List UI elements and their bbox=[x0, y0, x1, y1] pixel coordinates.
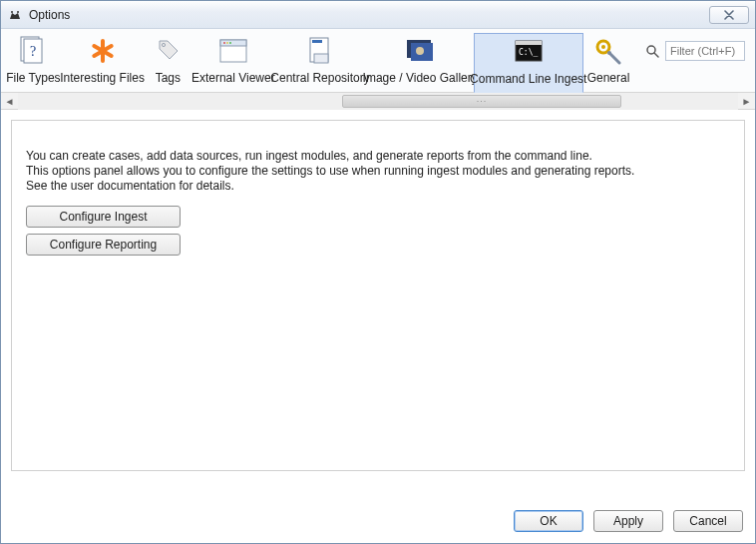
panel-line-1: You can create cases, add data sources, … bbox=[26, 149, 730, 164]
panel-line-2: This options panel allows you to configu… bbox=[26, 164, 730, 179]
search-icon bbox=[645, 44, 659, 58]
svg-point-11 bbox=[223, 42, 225, 44]
terminal-icon: C:\_ bbox=[513, 36, 545, 68]
tab-command-line-ingest[interactable]: C:\_ Command Line Ingest bbox=[474, 33, 583, 93]
asterisk-icon bbox=[87, 35, 119, 67]
tab-central-repository[interactable]: Central Repository bbox=[273, 33, 367, 91]
svg-point-24 bbox=[601, 45, 605, 49]
app-icon bbox=[7, 7, 23, 23]
tab-label: Command Line Ingest bbox=[470, 72, 586, 86]
svg-rect-21 bbox=[516, 41, 542, 45]
svg-point-0 bbox=[11, 11, 13, 13]
svg-rect-15 bbox=[312, 40, 322, 43]
svg-text:?: ? bbox=[30, 44, 36, 59]
tab-label: Central Repository bbox=[270, 71, 369, 85]
title-bar: Options bbox=[1, 1, 755, 29]
tab-image-video-gallery[interactable]: Image / Video Gallery bbox=[367, 33, 474, 91]
tab-tags[interactable]: Tags bbox=[143, 33, 192, 91]
tab-label: File Types bbox=[6, 71, 60, 85]
tab-label: External Viewer bbox=[191, 71, 275, 85]
hscroll-thumb[interactable]: ∙∙∙ bbox=[342, 95, 621, 108]
command-line-ingest-panel: You can create cases, add data sources, … bbox=[11, 120, 745, 471]
gear-wrench-icon bbox=[592, 35, 624, 67]
options-tabbar: ? File Types Interesting Files Tags bbox=[1, 29, 755, 93]
hscroll-right-arrow[interactable]: ► bbox=[738, 93, 755, 110]
cancel-button[interactable]: Cancel bbox=[673, 510, 743, 532]
photo-icon bbox=[404, 35, 436, 67]
panel-description: You can create cases, add data sources, … bbox=[26, 149, 730, 194]
window-close-button[interactable] bbox=[709, 6, 749, 24]
hscroll-track[interactable]: ∙∙∙ bbox=[18, 93, 738, 110]
file-question-icon: ? bbox=[17, 35, 49, 67]
svg-point-25 bbox=[607, 51, 611, 55]
svg-text:C:\_: C:\_ bbox=[519, 48, 538, 57]
svg-point-12 bbox=[226, 42, 228, 44]
apply-button[interactable]: Apply bbox=[593, 510, 663, 532]
tab-label: General bbox=[587, 71, 630, 85]
configure-ingest-button[interactable]: Configure Ingest bbox=[26, 206, 181, 228]
tab-file-types[interactable]: ? File Types bbox=[5, 33, 62, 91]
panel-line-3: See the user documentation for details. bbox=[26, 179, 730, 194]
tag-icon bbox=[152, 35, 184, 67]
svg-point-19 bbox=[416, 47, 424, 55]
toolbar-search-area bbox=[633, 33, 751, 61]
tab-interesting-files[interactable]: Interesting Files bbox=[62, 33, 144, 91]
ok-button[interactable]: OK bbox=[514, 510, 583, 532]
dialog-footer: OK Apply Cancel bbox=[1, 499, 755, 543]
tab-external-viewer[interactable]: External Viewer bbox=[192, 33, 273, 91]
tabbar-hscroll: ◄ ∙∙∙ ► bbox=[1, 93, 755, 110]
filter-input[interactable] bbox=[665, 41, 745, 61]
svg-rect-16 bbox=[314, 54, 328, 63]
svg-point-13 bbox=[229, 42, 231, 44]
window-icon bbox=[217, 35, 249, 67]
window-title: Options bbox=[29, 8, 70, 22]
file-box-icon bbox=[304, 35, 336, 67]
svg-point-1 bbox=[17, 11, 19, 13]
tab-label: Tags bbox=[156, 71, 181, 85]
hscroll-grip-icon: ∙∙∙ bbox=[477, 96, 488, 106]
tab-label: Image / Video Gallery bbox=[363, 71, 478, 85]
configure-reporting-button[interactable]: Configure Reporting bbox=[26, 234, 181, 256]
tab-general[interactable]: General bbox=[583, 33, 633, 91]
tab-label: Interesting Files bbox=[60, 71, 145, 85]
content-area: You can create cases, add data sources, … bbox=[1, 110, 755, 499]
hscroll-left-arrow[interactable]: ◄ bbox=[1, 93, 18, 110]
close-icon bbox=[723, 10, 735, 20]
